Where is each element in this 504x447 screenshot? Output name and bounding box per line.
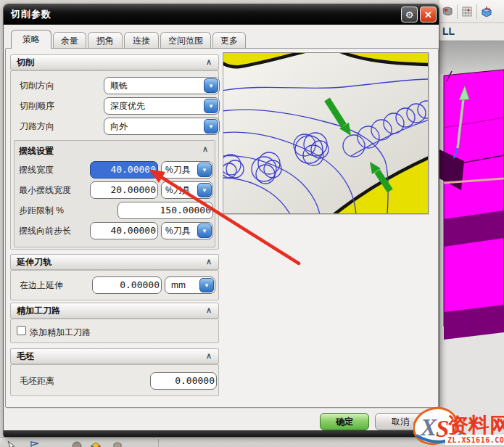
extend-at-edges-input[interactable]: 0.00000 <box>92 276 162 294</box>
trochoidal-settings-box: 摆线设置 ∧ 摆线宽度 40.00000 %刀具 ▼ 最小摆线宽度 20.000… <box>14 140 215 247</box>
chevron-down-icon[interactable]: ▼ <box>197 163 212 177</box>
cad-viewport-model <box>439 41 504 341</box>
gear-icon: ⚙ <box>405 9 414 20</box>
section-body-blank: 毛坯距离 0.00000 <box>10 364 219 396</box>
ok-button[interactable]: 确定 <box>320 413 369 430</box>
chevron-down-icon[interactable]: ▼ <box>204 119 218 134</box>
section-header-cutting[interactable]: 切削 ∧ <box>10 54 219 70</box>
taskbar-sphere-icon[interactable] <box>71 440 83 447</box>
tab-label: 连接 <box>133 36 150 46</box>
unit-value: mm <box>171 277 186 293</box>
field-value: 0.00000 <box>93 277 160 293</box>
tab-corners[interactable]: 拐角 <box>88 32 123 49</box>
field-label: 毛坯距离 <box>20 372 54 390</box>
dialog-options-button[interactable]: ⚙ <box>401 7 418 22</box>
field-label: 刀路方向 <box>20 118 54 135</box>
add-finish-passes-checkbox[interactable] <box>17 326 26 335</box>
tab-label: 余量 <box>61 36 78 46</box>
taskbar-separator <box>158 439 159 447</box>
section-header-extend-path[interactable]: 延伸刀轨 ∧ <box>10 254 219 270</box>
cube-icon <box>480 5 493 18</box>
collapse-chevron-icon[interactable]: ∧ <box>202 305 215 316</box>
field-label: 摆线宽度 <box>19 161 54 179</box>
collapse-chevron-icon[interactable]: ∧ <box>202 350 215 362</box>
taskbar-cube-icon[interactable] <box>90 440 102 447</box>
close-icon: ✕ <box>424 9 432 20</box>
unit-value: %刀具 <box>165 182 191 198</box>
blank-distance-input[interactable]: 0.00000 <box>150 372 217 390</box>
collapse-chevron-icon[interactable]: ∧ <box>199 144 212 155</box>
toolbar-separator <box>457 4 458 19</box>
field-label: 步距限制 % <box>19 202 64 219</box>
watermark-url: ZL.XS1616.COM <box>447 436 504 444</box>
app-group-label-strip: LL <box>439 23 504 41</box>
taskbar-cursor-icon[interactable] <box>6 440 17 447</box>
section-title: 切削 <box>17 55 34 70</box>
toolbar-surface-icon[interactable] <box>439 4 455 20</box>
field-value: 40.00000 <box>91 162 156 178</box>
model-face-magenta <box>444 70 504 327</box>
toolbar-cube-icon[interactable] <box>479 4 495 20</box>
checkbox-label: 添加精加工刀路 <box>30 324 91 341</box>
field-value: 40.00000 <box>91 223 156 239</box>
collapse-chevron-icon[interactable]: ∧ <box>202 57 215 68</box>
chevron-down-icon[interactable]: ▼ <box>199 278 214 292</box>
footer-separator <box>7 408 436 409</box>
app-toolbar <box>439 0 504 23</box>
subsection-title: 摆线设置 <box>19 144 54 158</box>
trochoid-forward-step-unit-dropdown[interactable]: %刀具 ▼ <box>161 222 213 239</box>
toolbar-grid-icon[interactable] <box>459 4 475 20</box>
cut-order-dropdown[interactable]: 深度优先 ▼ <box>104 97 220 115</box>
dialog-content: 切削 ∧ 切削方向 顺铣 ▼ 切削顺序 深度优先 ▼ 刀路方向 向外 ▼ <box>5 48 439 408</box>
taskbar-part-icon[interactable] <box>112 440 123 447</box>
min-trochoid-width-unit-dropdown[interactable]: %刀具 ▼ <box>161 181 213 199</box>
tab-containment[interactable]: 空间范围 <box>160 32 211 49</box>
trochoid-width-input[interactable]: 40.00000 <box>90 161 158 179</box>
field-label: 切削方向 <box>20 77 54 94</box>
dialog-title: 切削参数 <box>11 4 51 25</box>
dialog-close-button[interactable]: ✕ <box>420 7 437 22</box>
trochoid-forward-step-input[interactable]: 40.00000 <box>90 222 158 239</box>
chevron-down-icon[interactable]: ▼ <box>197 183 212 197</box>
tab-more[interactable]: 更多 <box>212 32 246 49</box>
watermark-logo: X S 资料网 ZL.XS1616.COM <box>413 403 504 447</box>
field-value: 150.00000 <box>118 202 211 218</box>
watermark-name: 资料网 <box>447 414 504 437</box>
viewport-gradient <box>439 41 504 74</box>
field-value: 20.00000 <box>91 182 156 198</box>
pattern-direction-dropdown[interactable]: 向外 ▼ <box>104 118 220 135</box>
section-body-finish-passes: 添加精加工刀路 <box>10 319 219 343</box>
field-value: 0.00000 <box>151 373 215 389</box>
dropdown-value: 深度优先 <box>110 98 145 114</box>
stepover-limit-input[interactable]: 150.00000 <box>117 202 213 219</box>
dialog-titlebar[interactable]: 切削参数 ⚙ ✕ <box>4 4 439 25</box>
dropdown-value: 向外 <box>110 118 128 134</box>
dropdown-value: 顺铣 <box>110 78 128 94</box>
extend-unit-dropdown[interactable]: mm ▼ <box>165 276 215 294</box>
section-title: 延伸刀轨 <box>17 255 51 269</box>
chevron-down-icon[interactable]: ▼ <box>204 99 218 113</box>
tab-label: 更多 <box>220 36 238 46</box>
chevron-down-icon[interactable]: ▼ <box>197 224 212 238</box>
tab-strategy[interactable]: 策略 <box>11 30 51 49</box>
app-background: LL <box>439 0 504 447</box>
trochoidal-preview-image <box>223 52 429 214</box>
section-title: 精加工刀路 <box>17 303 60 318</box>
chevron-down-icon[interactable]: ▼ <box>204 78 218 93</box>
tab-connections[interactable]: 连接 <box>124 32 159 49</box>
section-title: 毛坯 <box>17 349 34 364</box>
min-trochoid-width-input[interactable]: 20.00000 <box>90 181 158 199</box>
collapse-chevron-icon[interactable]: ∧ <box>202 256 215 268</box>
field-label: 切削顺序 <box>20 97 54 115</box>
dialog-bottom-edge <box>4 430 439 437</box>
trochoid-width-unit-dropdown[interactable]: %刀具 ▼ <box>161 161 213 179</box>
surface-icon <box>441 5 454 18</box>
cut-direction-dropdown[interactable]: 顺铣 ▼ <box>104 77 220 94</box>
taskbar-flag-icon[interactable] <box>29 440 41 447</box>
section-header-blank[interactable]: 毛坯 ∧ <box>10 348 219 364</box>
app-group-label: LL <box>442 25 455 37</box>
section-header-finish-passes[interactable]: 精加工刀路 ∧ <box>10 303 219 319</box>
unit-value: %刀具 <box>165 162 191 178</box>
dialog-tabs: 策略 余量 拐角 连接 空间范围 更多 <box>4 30 439 49</box>
tab-stock[interactable]: 余量 <box>53 32 86 49</box>
